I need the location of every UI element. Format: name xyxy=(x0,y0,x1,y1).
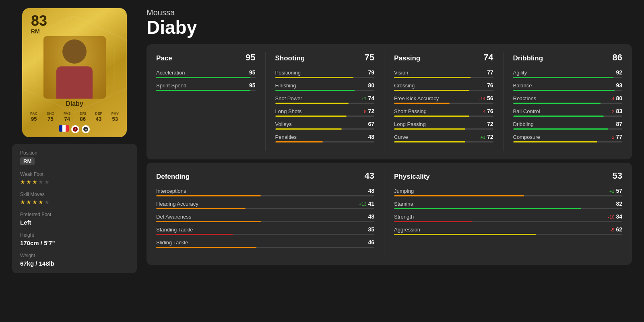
stat-bar-track xyxy=(394,221,622,222)
height-label: Height xyxy=(20,232,129,238)
stat-item-aggression: Aggression-562 xyxy=(394,226,622,235)
stat-value: 80 xyxy=(368,82,374,89)
weak-foot-stars: ★ ★ ★ ★ ★ xyxy=(20,179,129,185)
info-weak-foot: Weak Foot ★ ★ ★ ★ ★ xyxy=(20,171,129,185)
card-position-label: RM xyxy=(31,28,40,35)
skill-star-2: ★ xyxy=(26,199,31,205)
player-last-name: Diaby xyxy=(147,17,632,38)
skill-moves-label: Skill Moves xyxy=(20,192,129,197)
stat-bar-track xyxy=(513,141,623,142)
stat-modifier: +1 xyxy=(361,96,367,101)
stat-name: Long Passing xyxy=(394,121,426,127)
stat-bar-track xyxy=(275,77,375,78)
star-3: ★ xyxy=(32,179,37,185)
card-stat-dri: DRI 86 xyxy=(80,111,86,122)
svg-line-5 xyxy=(115,40,127,48)
category-shooting: Shooting75Positioning79Finishing80Shot P… xyxy=(275,52,385,151)
stat-name: Sliding Tackle xyxy=(156,239,188,246)
player-header: Moussa Diaby xyxy=(147,8,632,38)
height-value: 170cm / 5'7" xyxy=(20,239,129,246)
stat-item-balance: Balance93 xyxy=(513,82,623,91)
category-physicality: Physicality53Jumping+157Stamina82Strengt… xyxy=(394,171,622,257)
category-value-pace: 95 xyxy=(246,52,255,63)
stat-bar-track xyxy=(156,234,374,235)
stat-bar-fill xyxy=(513,77,614,78)
stat-bar-fill xyxy=(275,77,354,78)
star-1: ★ xyxy=(20,179,25,185)
card-stats-row: PAC 95 SHO 75 PAS 74 DRI 86 DEF 43 xyxy=(28,110,121,124)
stat-value: 76 xyxy=(487,108,493,114)
stat-item-acceleration: Acceleration95 xyxy=(156,69,256,78)
skill-star-4: ★ xyxy=(38,199,43,205)
svg-text:★: ★ xyxy=(85,128,87,131)
page: 83 RM Diaby xyxy=(0,0,644,281)
info-skill-moves: Skill Moves ★ ★ ★ ★ ★ xyxy=(20,192,129,205)
stat-value: 93 xyxy=(616,82,622,89)
stat-name: Heading Accuracy xyxy=(156,201,198,207)
stat-name: Shot Power xyxy=(275,95,302,101)
stat-bar-track xyxy=(275,116,375,117)
stat-value: 56 xyxy=(487,95,493,101)
stat-name: Stamina xyxy=(394,201,413,207)
stat-name: Jumping xyxy=(394,188,414,194)
stat-item-long-passing: Long Passing72 xyxy=(394,121,493,130)
stat-bar-fill xyxy=(513,103,601,104)
stat-value: 82 xyxy=(616,200,622,207)
stat-value: 72 xyxy=(487,134,493,140)
stat-name: Penalties xyxy=(275,134,297,140)
category-dribbling: Dribbling86Agility92Balance93Reactions-4… xyxy=(513,52,623,151)
stat-value: 95 xyxy=(249,69,256,76)
card-rating: 83 xyxy=(31,14,47,28)
stat-bar-fill xyxy=(156,77,250,78)
skill-moves-stars: ★ ★ ★ ★ ★ xyxy=(20,199,129,205)
stat-name: Free Kick Accuracy xyxy=(394,95,439,101)
stat-value: 72 xyxy=(487,121,493,127)
stat-bar-fill xyxy=(394,90,469,91)
stat-bar-fill xyxy=(513,90,615,91)
stat-value: 67 xyxy=(368,121,374,127)
stat-modifier: -14 xyxy=(479,96,485,101)
info-height: Height 170cm / 5'7" xyxy=(20,232,129,246)
stat-name: Def Awareness xyxy=(156,214,191,220)
stat-value: 79 xyxy=(368,69,374,76)
category-name-shooting: Shooting xyxy=(275,54,305,62)
stat-name: Strength xyxy=(394,214,414,220)
stat-item-sliding-tackle: Sliding Tackle46 xyxy=(156,239,374,248)
stat-value: 48 xyxy=(368,188,374,194)
stat-value: 76 xyxy=(487,82,493,89)
stat-bar-track xyxy=(513,77,623,78)
card-stat-pas: PAS 74 xyxy=(64,111,71,122)
stat-bar-fill xyxy=(394,128,465,130)
stat-bar-fill xyxy=(156,90,250,91)
stat-bar-track xyxy=(394,195,622,196)
stat-name: Aggression xyxy=(394,227,420,233)
stat-bar-track xyxy=(394,116,493,117)
stat-item-long-shots: Long Shots-872 xyxy=(275,108,375,117)
stat-bar-fill xyxy=(156,208,246,209)
stat-bar-fill xyxy=(156,221,261,222)
category-value-defending: 43 xyxy=(365,171,374,181)
stat-bar-track xyxy=(394,90,493,91)
stat-item-strength: Strength-1034 xyxy=(394,213,622,222)
stat-bar-track xyxy=(156,247,374,248)
stat-bar-fill xyxy=(156,247,256,248)
position-value: RM xyxy=(20,157,35,165)
stat-item-interceptions: Interceptions48 xyxy=(156,188,374,196)
stat-modifier: +1 xyxy=(480,135,485,140)
stat-bar-track xyxy=(513,116,623,117)
stat-item-ball-control: Ball Control-283 xyxy=(513,108,623,117)
skill-star-5: ★ xyxy=(44,199,50,205)
main-content: Moussa Diaby Pace95Acceleration95Sprint … xyxy=(147,8,632,265)
stat-name: Standing Tackle xyxy=(156,227,193,233)
stat-item-reactions: Reactions-480 xyxy=(513,95,623,104)
preferred-foot-label: Preferred Foot xyxy=(20,212,129,217)
category-name-physicality: Physicality xyxy=(394,173,430,181)
stat-bar-fill xyxy=(513,128,608,130)
card-stat-def: DEF 43 xyxy=(95,111,102,122)
top-stats-grid: Pace95Acceleration95Sprint Speed95Shooti… xyxy=(147,44,632,159)
stat-value: 34 xyxy=(616,213,622,220)
skill-star-1: ★ xyxy=(20,199,25,205)
stat-value: 92 xyxy=(616,69,622,76)
category-name-passing: Passing xyxy=(394,54,420,62)
stat-value: 46 xyxy=(368,239,374,246)
